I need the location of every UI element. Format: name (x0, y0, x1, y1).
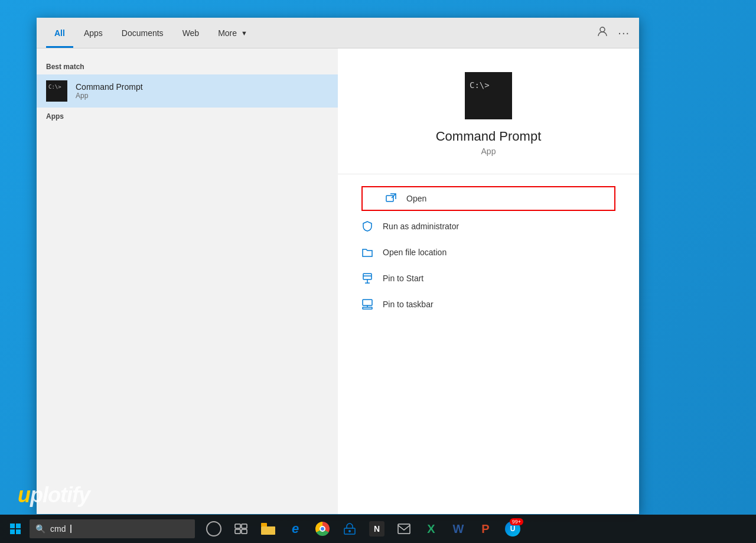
taskbar-search-text: cmd (50, 524, 66, 534)
shield-run-icon (361, 220, 373, 232)
app-detail: Command Prompt App (338, 48, 639, 174)
excel-icon[interactable]: X (418, 516, 444, 542)
windows-logo (10, 524, 21, 534)
tab-bar: All Apps Documents Web More ▼ (37, 18, 639, 48)
svg-point-0 (600, 27, 605, 32)
tab-apps[interactable]: Apps (76, 18, 111, 48)
cortana-icon[interactable] (201, 516, 227, 542)
svg-rect-8 (242, 529, 247, 534)
desktop: All Apps Documents Web More ▼ (0, 0, 756, 543)
cursor (70, 525, 71, 533)
cmd-app-icon (46, 80, 67, 102)
right-panel: Command Prompt App (338, 48, 639, 514)
svg-point-10 (348, 530, 351, 532)
watermark-text: plotify (30, 483, 90, 507)
powerpoint-icon[interactable]: P (472, 516, 498, 542)
actions-list: Open Run as administrator (338, 174, 639, 329)
pin-to-taskbar-label: Pin to taskbar (383, 300, 434, 309)
folder-open-icon (361, 246, 373, 258)
open-window-icon (385, 193, 397, 204)
svg-rect-11 (398, 524, 410, 534)
start-menu: All Apps Documents Web More ▼ (37, 18, 639, 514)
svg-rect-3 (363, 300, 372, 305)
svg-rect-1 (386, 196, 393, 201)
task-view-svg (234, 524, 247, 534)
mail-svg (397, 524, 410, 534)
open-label: Open (406, 194, 426, 203)
best-match-label: Best match (37, 58, 338, 74)
app-large-icon (465, 72, 512, 119)
chrome-center (320, 526, 325, 532)
taskbar-search-icon: 🔍 (35, 524, 45, 534)
watermark: uplotify (18, 483, 90, 508)
start-button[interactable] (2, 516, 28, 542)
tab-actions: ··· (597, 25, 630, 40)
pin-to-start-label: Pin to Start (383, 274, 423, 283)
app-subtitle: App (481, 147, 496, 156)
chevron-down-icon: ▼ (241, 30, 247, 37)
nanazip-icon[interactable]: N (364, 516, 390, 542)
taskbar: 🔍 cmd (0, 515, 756, 543)
app-title: Command Prompt (436, 129, 542, 144)
taskbar-icons: e N (201, 516, 526, 542)
n-logo: N (369, 521, 384, 537)
ppt-letter: P (481, 522, 489, 536)
main-content: Best match Command Prompt App Apps (37, 48, 639, 514)
svg-rect-4 (363, 307, 372, 309)
user-icon[interactable]: U 99+ (500, 516, 526, 542)
svg-rect-5 (235, 524, 240, 528)
pin-start-icon (361, 272, 373, 284)
chrome-icon[interactable] (309, 516, 335, 542)
edge-icon-letter: e (292, 521, 299, 537)
apps-section-label: Apps (37, 108, 338, 124)
pin-to-taskbar-action[interactable]: Pin to taskbar (338, 291, 639, 317)
result-type: App (76, 92, 143, 100)
pin-taskbar-icon (361, 298, 373, 310)
svg-rect-6 (242, 524, 247, 528)
svg-rect-2 (363, 274, 372, 279)
result-name: Command Prompt (76, 82, 143, 92)
mail-icon[interactable] (391, 516, 417, 542)
store-icon[interactable] (337, 516, 363, 542)
run-as-admin-action[interactable]: Run as administrator (338, 213, 639, 239)
run-as-admin-label: Run as administrator (383, 222, 459, 231)
edge-icon[interactable]: e (282, 516, 308, 542)
taskbar-search[interactable]: 🔍 cmd (30, 519, 195, 538)
left-panel: Best match Command Prompt App Apps (37, 48, 338, 514)
tab-documents[interactable]: Documents (113, 18, 172, 48)
open-file-location-action[interactable]: Open file location (338, 239, 639, 265)
cortana-circle-icon (206, 521, 221, 537)
tab-more[interactable]: More ▼ (210, 18, 256, 48)
word-icon[interactable]: W (445, 516, 471, 542)
result-item-command-prompt[interactable]: Command Prompt App (37, 74, 338, 108)
task-view-icon[interactable] (228, 516, 254, 542)
tab-web[interactable]: Web (174, 18, 208, 48)
person-icon[interactable] (597, 25, 608, 40)
svg-rect-7 (235, 529, 240, 534)
word-letter: W (453, 522, 464, 536)
notification-badge: 99+ (510, 518, 523, 525)
excel-letter: X (427, 522, 435, 536)
open-action[interactable]: Open (361, 186, 615, 211)
open-file-location-label: Open file location (383, 248, 447, 257)
pin-to-start-action[interactable]: Pin to Start (338, 265, 639, 291)
ellipsis-icon[interactable]: ··· (618, 26, 630, 40)
store-svg (343, 522, 356, 535)
file-explorer-icon[interactable] (255, 516, 281, 542)
tab-all[interactable]: All (46, 18, 73, 48)
folder-icon-tb (261, 523, 275, 535)
watermark-u: u (18, 483, 30, 507)
chrome-circle (315, 522, 330, 536)
